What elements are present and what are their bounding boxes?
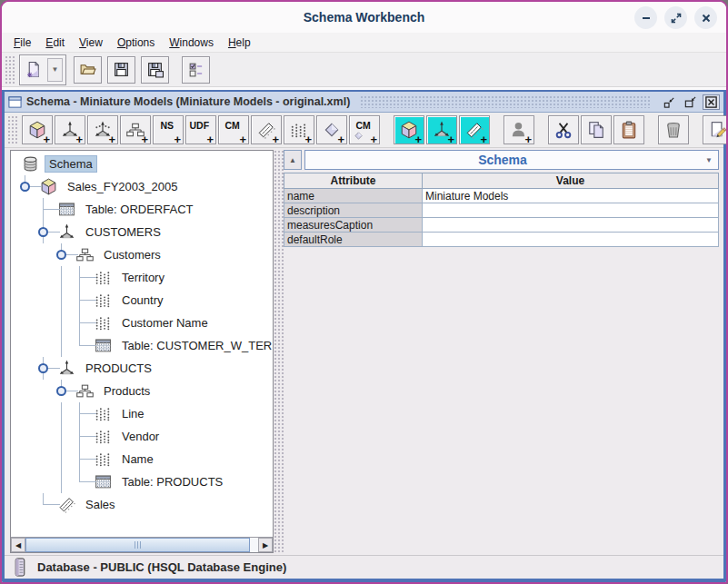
tree-node[interactable]: Table: PRODUCTS: [11, 470, 273, 493]
minimize-button[interactable]: [634, 6, 657, 29]
tree-node[interactable]: Customers: [11, 243, 273, 266]
menu-options[interactable]: Options: [110, 34, 162, 52]
add-dimension-usage-button[interactable]: +: [87, 115, 118, 144]
tree-node-label[interactable]: PRODUCTS: [82, 361, 155, 376]
tree-node-label[interactable]: Territory: [118, 270, 168, 285]
chevron-down-icon[interactable]: ▼: [700, 156, 718, 164]
tree-node[interactable]: Products: [11, 380, 273, 402]
add-hierarchy-button[interactable]: +: [120, 115, 151, 144]
tree-node[interactable]: Line: [11, 402, 273, 425]
add-role-button[interactable]: +: [504, 115, 534, 144]
scrollbar-thumb[interactable]: [25, 538, 250, 552]
paste-button[interactable]: [613, 115, 644, 144]
menu-edit[interactable]: Edit: [38, 34, 72, 52]
internal-frame-titlebar[interactable]: Schema - Miniature Models (Miniature Mod…: [5, 92, 723, 113]
plus-overlay-icon: +: [414, 134, 422, 145]
add-level-button[interactable]: +: [284, 115, 314, 144]
tree-node-label[interactable]: Name: [118, 451, 157, 467]
menu-windows[interactable]: Windows: [162, 34, 221, 52]
new-button[interactable]: ▼: [19, 54, 66, 85]
attribute-value-cell[interactable]: [423, 233, 719, 247]
tree-node-label[interactable]: Customer Name: [118, 315, 212, 331]
element-selector[interactable]: Schema ▼: [304, 150, 719, 170]
chevron-down-icon[interactable]: ▼: [47, 58, 63, 82]
restore-button[interactable]: [664, 6, 687, 29]
close-button[interactable]: [694, 6, 717, 29]
tree-node[interactable]: Schema: [11, 153, 273, 175]
add-virtual-cube-button[interactable]: +: [394, 115, 424, 144]
add-calculated-member-button[interactable]: CM+: [218, 115, 249, 144]
iframe-minimize-button[interactable]: [661, 94, 678, 110]
tree-node-label[interactable]: Country: [118, 292, 167, 308]
tree-node[interactable]: Table: ORDERFACT: [11, 198, 273, 221]
delete-button[interactable]: [658, 115, 689, 144]
open-button[interactable]: [74, 56, 102, 84]
toolbar-drag-handle[interactable]: [5, 55, 15, 84]
add-named-set-button[interactable]: NS+: [153, 115, 184, 144]
add-virtual-measure-button[interactable]: +: [459, 115, 490, 144]
tree-expand-handle[interactable]: [38, 227, 48, 237]
scroll-left-icon[interactable]: ◀: [11, 538, 25, 552]
edit-mode-button[interactable]: [703, 115, 728, 144]
tree-node-label[interactable]: Line: [118, 406, 148, 421]
tree-node[interactable]: Name: [11, 448, 273, 470]
attribute-value-cell[interactable]: [423, 203, 719, 218]
schema-toolbar-drag-handle[interactable]: [7, 115, 18, 144]
tree-expand-handle[interactable]: [38, 363, 48, 373]
add-dimension-button[interactable]: +: [55, 115, 85, 144]
tree-node[interactable]: Sales_FY2003_2005: [11, 175, 273, 198]
tree-node[interactable]: Vendor: [11, 425, 273, 448]
save-as-button[interactable]: [141, 56, 169, 84]
menu-help[interactable]: Help: [221, 34, 258, 52]
cut-button[interactable]: [548, 115, 579, 144]
tree-node-label[interactable]: CUSTOMERS: [82, 224, 165, 240]
plus-overlay-icon: +: [108, 134, 115, 145]
attribute-value-cell[interactable]: [423, 218, 719, 233]
attribute-value-cell[interactable]: Miniature Models: [423, 189, 719, 203]
tree-horizontal-scrollbar[interactable]: ◀ ▶: [11, 537, 273, 552]
tree-node-label[interactable]: Vendor: [118, 429, 163, 444]
add-measure-button[interactable]: +: [251, 115, 282, 144]
level-icon: [95, 405, 112, 422]
level-icon: [95, 314, 112, 332]
menu-file[interactable]: File: [6, 34, 38, 52]
tree-node[interactable]: Country: [11, 289, 273, 312]
tree-node-label[interactable]: Sales_FY2003_2005: [64, 179, 181, 194]
scroll-right-icon[interactable]: ▶: [258, 538, 273, 552]
scrollbar-track[interactable]: [25, 538, 258, 552]
tree-node[interactable]: Territory: [11, 266, 273, 289]
add-cube-button[interactable]: +: [22, 115, 53, 144]
chevron-up-icon[interactable]: ▲: [284, 150, 302, 170]
add-property-button[interactable]: +: [316, 115, 347, 144]
tree-node-label[interactable]: Table: PRODUCTS: [118, 474, 226, 490]
tree-node-label[interactable]: Sales: [82, 497, 119, 512]
iframe-restore-button[interactable]: [682, 94, 699, 110]
iframe-close-button[interactable]: [703, 94, 720, 110]
add-calculated-member-property-button[interactable]: CM+: [349, 115, 380, 144]
new-document-icon[interactable]: [20, 55, 47, 84]
add-virtual-dimension-button[interactable]: +: [426, 115, 457, 144]
save-button[interactable]: [107, 56, 135, 84]
tree-expand-handle[interactable]: [56, 250, 66, 260]
open-folder-icon: [79, 61, 96, 78]
window-title: Schema Workbench: [304, 10, 425, 25]
tree-node-label[interactable]: Table: ORDERFACT: [82, 202, 196, 217]
tree-node[interactable]: Table: CUSTOMER_W_TER: [11, 334, 273, 357]
split-pane-divider[interactable]: [274, 150, 284, 553]
tree-expand-handle[interactable]: [56, 386, 66, 396]
menu-view[interactable]: View: [72, 34, 110, 52]
attributes-table-body: nameMiniature ModelsdescriptionmeasuresC…: [284, 189, 719, 247]
preferences-button[interactable]: [182, 56, 210, 84]
add-udf-button[interactable]: UDF+: [185, 115, 216, 144]
tree-node[interactable]: CUSTOMERS: [11, 221, 273, 243]
tree-node-label[interactable]: Customers: [100, 247, 165, 262]
tree-node-label[interactable]: Schema: [45, 156, 96, 172]
tree-expand-handle[interactable]: [20, 182, 30, 192]
tree-node-label[interactable]: Table: CUSTOMER_W_TER: [118, 338, 273, 353]
tree-node[interactable]: PRODUCTS: [11, 357, 273, 380]
tree-node[interactable]: Customer Name: [11, 312, 273, 334]
copy-button[interactable]: [581, 115, 612, 144]
tree-node-label[interactable]: Products: [100, 383, 154, 399]
tree-connector: [58, 380, 76, 402]
tree-node[interactable]: Sales: [11, 493, 273, 516]
